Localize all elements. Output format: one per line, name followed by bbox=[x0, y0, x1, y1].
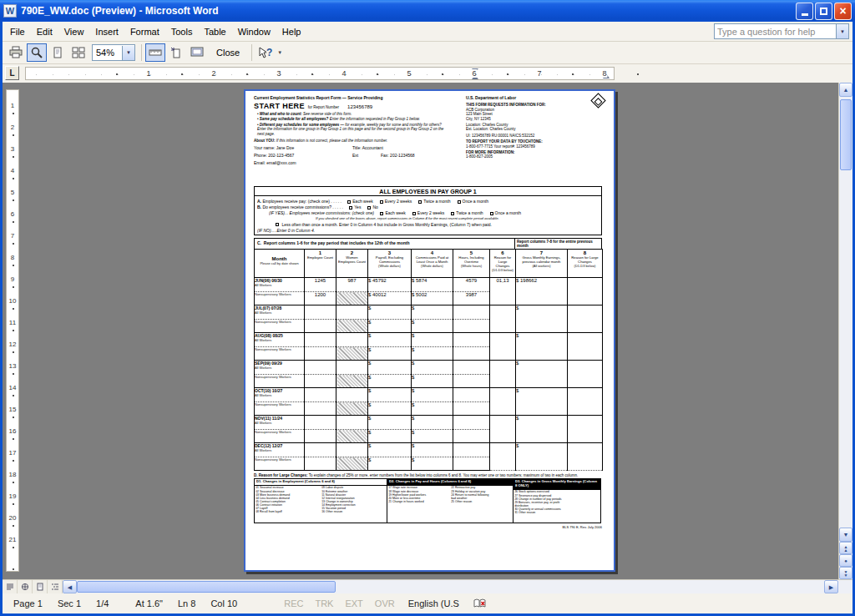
data-cell[interactable] bbox=[568, 443, 603, 471]
data-cell[interactable] bbox=[305, 333, 336, 347]
close-button[interactable]: × bbox=[834, 3, 852, 20]
data-cell[interactable]: 4579 bbox=[453, 278, 490, 292]
report-number-value[interactable]: 123456789 bbox=[347, 104, 372, 109]
document-page[interactable]: Current Employment Statistics Report For… bbox=[244, 89, 615, 572]
data-cell[interactable]: $ 198662 bbox=[516, 278, 568, 305]
data-cell[interactable] bbox=[305, 388, 336, 402]
phone-field[interactable]: Phone: 202-123-4567 bbox=[254, 153, 352, 158]
data-cell[interactable]: $ bbox=[516, 443, 568, 471]
scroll-right-button[interactable]: ▶ bbox=[824, 580, 838, 593]
data-cell[interactable] bbox=[453, 457, 490, 471]
data-cell[interactable] bbox=[336, 333, 368, 347]
data-cell[interactable]: $ bbox=[412, 416, 453, 430]
zoom-dropdown[interactable]: 54% ▼ bbox=[92, 44, 135, 61]
scroll-down-button[interactable]: ▼ bbox=[839, 528, 852, 542]
data-cell[interactable] bbox=[305, 320, 336, 333]
magnifier-button[interactable] bbox=[27, 43, 47, 62]
scroll-up-button[interactable]: ▲ bbox=[839, 83, 852, 97]
status-page[interactable]: Page 1 bbox=[6, 598, 50, 608]
data-cell[interactable]: $ bbox=[516, 416, 568, 443]
checkbox[interactable] bbox=[490, 212, 493, 215]
data-cell[interactable] bbox=[453, 388, 490, 402]
menu-insert[interactable]: Insert bbox=[89, 24, 124, 39]
tab-stop-selector[interactable]: L bbox=[5, 66, 19, 80]
data-cell[interactable]: $ 45792 bbox=[368, 278, 412, 292]
data-cell[interactable] bbox=[305, 361, 336, 375]
data-cell[interactable] bbox=[453, 402, 490, 416]
data-cell[interactable] bbox=[453, 375, 490, 388]
multiple-pages-button[interactable] bbox=[68, 43, 89, 62]
less-often-checkbox[interactable] bbox=[276, 223, 279, 226]
checkbox[interactable] bbox=[349, 206, 352, 210]
data-cell[interactable]: 01,13 bbox=[490, 278, 516, 305]
data-cell[interactable]: $ bbox=[412, 457, 453, 471]
vertical-scroll-track[interactable] bbox=[839, 97, 852, 528]
next-page-button[interactable]: ▼▼ bbox=[839, 567, 852, 579]
horizontal-scroll-track[interactable] bbox=[77, 580, 824, 593]
data-cell[interactable]: $ bbox=[368, 305, 412, 320]
data-cell[interactable] bbox=[305, 305, 336, 320]
data-cell[interactable] bbox=[568, 361, 603, 388]
ext-field[interactable]: Ext bbox=[352, 153, 381, 158]
fax-field[interactable]: Fax: 202-1234568 bbox=[381, 153, 415, 158]
data-cell[interactable]: $ bbox=[368, 457, 412, 471]
full-screen-button[interactable] bbox=[187, 43, 207, 62]
one-page-button[interactable] bbox=[48, 43, 68, 62]
data-cell[interactable]: $ bbox=[412, 361, 453, 375]
data-cell[interactable]: $ bbox=[412, 375, 453, 388]
data-cell[interactable]: $ bbox=[368, 375, 412, 388]
data-cell[interactable]: $ bbox=[412, 347, 453, 361]
print-layout-view-button[interactable] bbox=[33, 580, 48, 593]
data-cell[interactable] bbox=[305, 416, 336, 430]
data-cell[interactable]: $ bbox=[368, 416, 412, 430]
data-cell[interactable] bbox=[490, 333, 516, 361]
data-cell[interactable] bbox=[568, 416, 603, 443]
data-cell[interactable]: $ bbox=[412, 388, 453, 402]
data-cell[interactable] bbox=[453, 361, 490, 375]
data-cell[interactable] bbox=[490, 305, 516, 333]
data-cell[interactable] bbox=[490, 388, 516, 416]
checkbox[interactable] bbox=[367, 206, 371, 210]
data-cell[interactable]: $ 5874 bbox=[412, 278, 453, 292]
menu-table[interactable]: Table bbox=[198, 24, 231, 39]
checkbox[interactable] bbox=[347, 200, 351, 204]
data-cell[interactable]: $ bbox=[516, 333, 568, 361]
data-cell[interactable] bbox=[453, 320, 490, 333]
data-cell[interactable] bbox=[336, 443, 368, 457]
data-cell[interactable] bbox=[305, 430, 336, 443]
view-ruler-button[interactable] bbox=[145, 43, 165, 62]
data-cell[interactable]: $ bbox=[368, 347, 412, 361]
data-cell[interactable] bbox=[336, 416, 368, 430]
maximize-button[interactable] bbox=[815, 3, 832, 20]
data-cell[interactable] bbox=[336, 305, 368, 320]
data-cell[interactable]: $ bbox=[368, 388, 412, 402]
data-cell[interactable] bbox=[453, 305, 490, 320]
data-cell[interactable]: 1200 bbox=[305, 292, 336, 305]
checkbox[interactable] bbox=[412, 212, 416, 215]
data-cell[interactable] bbox=[453, 333, 490, 347]
data-cell[interactable]: 1245 bbox=[305, 278, 336, 292]
minimize-button[interactable] bbox=[796, 3, 813, 20]
data-cell[interactable] bbox=[568, 388, 603, 416]
data-cell[interactable]: $ bbox=[368, 333, 412, 347]
data-cell[interactable] bbox=[305, 457, 336, 471]
data-cell[interactable]: $ bbox=[412, 443, 453, 457]
menu-tools[interactable]: Tools bbox=[165, 24, 199, 39]
shrink-to-fit-button[interactable] bbox=[166, 43, 186, 62]
data-cell[interactable] bbox=[453, 430, 490, 443]
menu-file[interactable]: File bbox=[4, 24, 31, 39]
data-cell[interactable] bbox=[336, 388, 368, 402]
question-dropdown-arrow-icon[interactable]: ▼ bbox=[836, 24, 848, 38]
spelling-status-icon[interactable] bbox=[473, 598, 486, 608]
data-cell[interactable]: $ 5002 bbox=[412, 292, 453, 305]
data-cell[interactable] bbox=[490, 361, 516, 388]
menu-view[interactable]: View bbox=[58, 24, 90, 39]
data-cell[interactable]: $ bbox=[368, 402, 412, 416]
checkbox[interactable] bbox=[380, 200, 383, 204]
data-cell[interactable]: $ bbox=[368, 320, 412, 333]
data-cell[interactable] bbox=[453, 347, 490, 361]
data-cell[interactable] bbox=[336, 361, 368, 375]
data-cell[interactable] bbox=[453, 416, 490, 430]
data-cell[interactable]: 987 bbox=[336, 278, 368, 292]
menu-edit[interactable]: Edit bbox=[31, 24, 58, 39]
